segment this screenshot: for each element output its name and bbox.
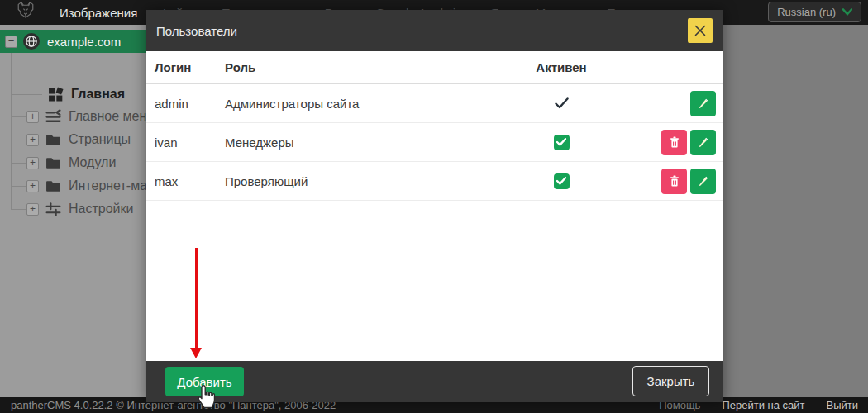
- column-header-role: Роль: [225, 60, 499, 74]
- role-cell: Менеджеры: [225, 135, 499, 150]
- role-cell: Администраторы сайта: [225, 97, 499, 111]
- active-cell: [499, 97, 623, 109]
- row-actions: [623, 91, 716, 116]
- check-icon: [556, 138, 566, 146]
- active-cell: [499, 173, 623, 189]
- expand-toggle[interactable]: +: [26, 180, 39, 192]
- chevron-down-icon: [842, 8, 852, 16]
- sliders-icon: [45, 202, 61, 217]
- tree-connector: [11, 209, 27, 210]
- footer-link-logout[interactable]: Выйти: [827, 399, 859, 411]
- expand-toggle[interactable]: +: [26, 111, 39, 123]
- footer-link-goto-site[interactable]: Перейти на сайт: [722, 399, 804, 411]
- panther-logo-icon: [13, 1, 38, 24]
- check-icon: [556, 177, 566, 185]
- close-modal-button[interactable]: Закрыть: [632, 366, 709, 396]
- globe-icon: [22, 32, 41, 50]
- column-header-login: Логин: [155, 60, 225, 74]
- expand-toggle[interactable]: +: [26, 203, 39, 216]
- folder-icon: [45, 132, 61, 148]
- tree-item-label: Главная: [71, 87, 125, 102]
- modal-title: Пользователи: [156, 24, 237, 38]
- folder-icon: [45, 178, 61, 194]
- pencil-icon: [697, 136, 709, 149]
- login-cell: admin: [155, 97, 225, 111]
- tree-connector: [11, 94, 42, 95]
- tree-connector: [11, 186, 27, 187]
- modal-footer: Добавить Закрыть: [146, 361, 723, 402]
- active-checkbox[interactable]: [554, 173, 570, 189]
- tree-item-modules[interactable]: + Модули: [26, 151, 116, 174]
- site-name: example.com: [47, 35, 121, 49]
- blocks-icon: [48, 87, 64, 102]
- modal-header: Пользователи: [146, 10, 723, 51]
- column-header-active: Активен: [499, 60, 623, 74]
- nav-item-images[interactable]: Изображения: [60, 6, 137, 20]
- active-cell: [499, 135, 623, 150]
- tree-connector: [11, 116, 27, 117]
- language-label: Russian (ru): [777, 6, 836, 18]
- tree-item-settings[interactable]: + Настройки: [26, 197, 133, 221]
- tree-connector: [11, 140, 27, 140]
- row-actions: [623, 169, 716, 194]
- trash-icon: [669, 136, 680, 149]
- tree-item-label: Настройки: [69, 202, 133, 216]
- modal-close-button[interactable]: [688, 18, 713, 43]
- close-icon: [694, 24, 707, 37]
- edit-user-button[interactable]: [690, 130, 716, 155]
- login-cell: max: [155, 174, 225, 188]
- add-user-button[interactable]: Добавить: [165, 367, 244, 396]
- tree-item-main-menu[interactable]: + Главное меню: [26, 105, 156, 128]
- check-icon: [555, 97, 569, 109]
- tree-item-label: Главное меню: [69, 109, 156, 124]
- table-header-row: Логин Роль Активен: [146, 51, 723, 84]
- edit-user-button[interactable]: [690, 169, 716, 194]
- users-modal: Пользователи Логин Роль Активен admin Ад…: [146, 10, 723, 402]
- tree-item-label: Страницы: [69, 132, 131, 147]
- tree-item-pages[interactable]: + Страницы: [26, 128, 131, 151]
- trash-icon: [669, 175, 680, 188]
- expand-toggle[interactable]: +: [26, 157, 39, 169]
- table-row: ivan Менеджеры: [146, 123, 723, 162]
- row-actions: [623, 130, 716, 155]
- language-select[interactable]: Russian (ru): [768, 2, 861, 22]
- tree-item-home[interactable]: Главная: [41, 83, 125, 106]
- users-table: Логин Роль Активен admin Администраторы …: [146, 51, 723, 361]
- tree-connector: [11, 163, 27, 164]
- edit-user-button[interactable]: [690, 91, 716, 116]
- pencil-icon: [697, 97, 709, 110]
- active-checkbox[interactable]: [554, 135, 570, 150]
- delete-user-button[interactable]: [661, 130, 687, 155]
- collapse-toggle[interactable]: −: [5, 36, 17, 48]
- expand-toggle[interactable]: +: [26, 134, 39, 146]
- folder-icon: [45, 155, 61, 171]
- pencil-icon: [697, 175, 709, 188]
- delete-user-button[interactable]: [661, 169, 687, 194]
- login-cell: ivan: [155, 135, 225, 150]
- role-cell: Проверяющий: [225, 174, 499, 188]
- table-row: max Проверяющий: [146, 162, 723, 201]
- tree-item-label: Модули: [69, 155, 116, 170]
- menu-fold-icon: [45, 109, 61, 125]
- table-row: admin Администраторы сайта: [146, 84, 723, 123]
